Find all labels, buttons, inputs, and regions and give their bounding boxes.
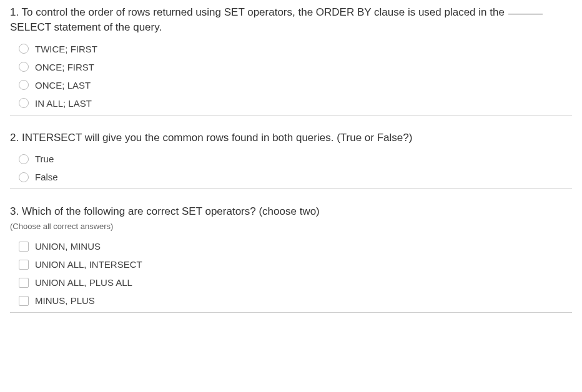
question-block: 3. Which of the following are correct SE… — [10, 204, 572, 313]
radio-input[interactable] — [19, 154, 29, 164]
question-text-before: Which of the following are correct SET o… — [22, 205, 320, 217]
radio-input[interactable] — [19, 62, 29, 72]
radio-input[interactable] — [19, 44, 29, 54]
option-label: TWICE; FIRST — [35, 44, 97, 54]
option-label: UNION ALL, PLUS ALL — [35, 277, 132, 288]
option-label: True — [35, 154, 54, 164]
option-label: ONCE; FIRST — [35, 62, 94, 72]
quiz-container: 1. To control the order of rows returned… — [10, 5, 572, 313]
question-text-before: INTERSECT will give you the common rows … — [22, 132, 412, 144]
option-row[interactable]: ONCE; LAST — [19, 76, 572, 94]
option-row[interactable]: MINUS, PLUS — [19, 292, 572, 310]
option-row[interactable]: False — [19, 168, 572, 186]
option-row[interactable]: IN ALL; LAST — [19, 94, 572, 112]
checkbox-input[interactable] — [19, 242, 29, 252]
option-row[interactable]: UNION ALL, PLUS ALL — [19, 273, 572, 292]
option-label: UNION, MINUS — [35, 241, 101, 252]
question-block: 2. INTERSECT will give you the common ro… — [10, 130, 572, 190]
options-list: TWICE; FIRSTONCE; FIRSTONCE; LASTIN ALL;… — [10, 40, 572, 112]
checkbox-input[interactable] — [19, 260, 29, 270]
question-block: 1. To control the order of rows returned… — [10, 5, 572, 115]
options-list: TrueFalse — [10, 150, 572, 186]
option-row[interactable]: UNION ALL, INTERSECT — [19, 255, 572, 273]
radio-input[interactable] — [19, 98, 29, 108]
options-list: UNION, MINUSUNION ALL, INTERSECTUNION AL… — [10, 237, 572, 310]
option-row[interactable]: TWICE; FIRST — [19, 40, 572, 58]
question-number: 3. — [10, 205, 19, 217]
radio-input[interactable] — [19, 172, 29, 182]
option-row[interactable]: UNION, MINUS — [19, 237, 572, 255]
checkbox-input[interactable] — [19, 278, 29, 288]
option-label: IN ALL; LAST — [35, 98, 92, 109]
option-label: UNION ALL, INTERSECT — [35, 259, 142, 270]
option-label: False — [35, 172, 58, 182]
question-text: 1. To control the order of rows returned… — [10, 5, 572, 35]
fill-blank — [508, 14, 543, 14]
checkbox-input[interactable] — [19, 296, 29, 306]
radio-input[interactable] — [19, 80, 29, 90]
option-row[interactable]: ONCE; FIRST — [19, 58, 572, 76]
option-label: ONCE; LAST — [35, 80, 91, 91]
question-text-before: To control the order of rows returned us… — [22, 6, 508, 18]
sub-instruction: (Choose all correct answers) — [10, 222, 572, 231]
option-row[interactable]: True — [19, 150, 572, 168]
question-number: 1. — [10, 6, 19, 18]
question-text: 3. Which of the following are correct SE… — [10, 204, 572, 219]
option-label: MINUS, PLUS — [35, 295, 95, 306]
question-number: 2. — [10, 132, 19, 144]
question-text-after: SELECT statement of the query. — [10, 21, 162, 33]
question-text: 2. INTERSECT will give you the common ro… — [10, 130, 572, 145]
